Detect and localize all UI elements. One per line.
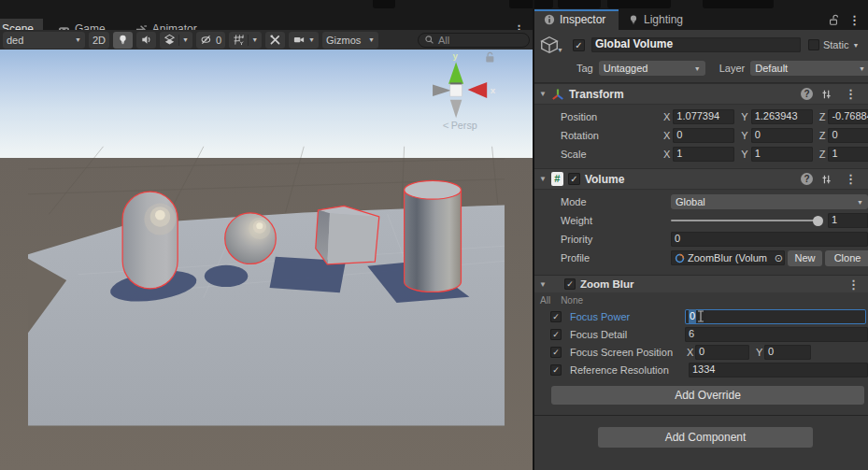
gameobject-name-field[interactable]: Global Volume	[591, 37, 801, 52]
priority-label: Priority	[561, 234, 592, 245]
presets-icon[interactable]	[821, 174, 832, 185]
scene-camera-dropdown[interactable]: ▼	[289, 32, 319, 49]
toolbar-remnant	[509, 0, 553, 8]
tab-inspector-label: Inspector	[560, 13, 605, 26]
focus-detail-row: ✓ Focus Detail 6	[534, 325, 868, 343]
weight-value-field[interactable]: 1	[828, 213, 868, 228]
scene-lighting-toggle[interactable]	[113, 32, 133, 49]
layer-dropdown[interactable]: Default ▼	[750, 61, 868, 76]
chevron-down-icon: ▼	[855, 65, 865, 72]
gizmos-dropdown[interactable]: Gizmos ▼	[322, 32, 378, 49]
scale-y-field[interactable]: 1	[751, 147, 813, 162]
rotation-z-field[interactable]: 0	[828, 128, 868, 143]
weight-slider-thumb[interactable]	[813, 216, 823, 226]
gameobject-active-checkbox[interactable]: ✓	[573, 39, 585, 51]
focus-detail-field[interactable]: 6	[685, 327, 868, 342]
mode-dropdown[interactable]: Global ▼	[671, 194, 868, 209]
text-cursor-icon	[697, 310, 704, 322]
gizmo-axis-left[interactable]	[433, 85, 451, 97]
view-orientation-gizmo[interactable]: y x < Persp	[433, 50, 496, 131]
gizmo-axis-down[interactable]	[450, 100, 462, 119]
volume-header[interactable]: ▼ # ✓ Volume ? ⋮	[534, 168, 868, 190]
scale-x-field[interactable]: 1	[673, 147, 734, 162]
sphere-object[interactable]	[225, 213, 277, 264]
component-menu-icon[interactable]: ⋮	[841, 88, 861, 100]
shading-mode-dropdown[interactable]: ded ▼	[3, 32, 85, 49]
weight-slider[interactable]	[671, 220, 822, 221]
focus-screen-y-field[interactable]: 0	[764, 345, 811, 360]
grid-settings-dropdown[interactable]: ▼	[229, 32, 262, 49]
scene-audio-toggle[interactable]	[136, 32, 156, 49]
inspector-menu-icon[interactable]: ⋮	[845, 14, 864, 26]
position-y-field[interactable]: 1.263943	[751, 109, 813, 124]
axis-y: Y	[756, 347, 762, 358]
foldout-icon[interactable]: ▼	[539, 90, 547, 98]
gameobject-icon-dropdown[interactable]: ▼	[557, 47, 563, 53]
position-x-field[interactable]: 1.077394	[673, 109, 734, 124]
persp-label[interactable]: Persp	[451, 120, 477, 131]
all-link[interactable]: All	[540, 295, 550, 306]
priority-field[interactable]: 0	[671, 232, 868, 247]
profile-new-button[interactable]: New	[788, 250, 822, 266]
gizmo-lock-icon[interactable]	[486, 52, 493, 62]
scene-search-input[interactable]: All	[418, 33, 530, 48]
static-checkbox[interactable]	[808, 39, 819, 50]
foldout-icon[interactable]: ▼	[539, 280, 547, 289]
lock-unlocked-icon[interactable]	[828, 14, 839, 26]
object-picker-icon[interactable]: ⊙	[775, 251, 783, 265]
focus-screen-x-field[interactable]: 0	[695, 345, 749, 360]
scene-3d-content: y x < Persp	[0, 50, 533, 470]
scene-tools-button[interactable]	[265, 32, 285, 49]
profile-label: Profile	[561, 252, 590, 263]
scene-effects-dropdown[interactable]: ▼	[160, 32, 192, 49]
gizmo-y-axis[interactable]	[448, 62, 463, 83]
focus-power-field[interactable]: 0	[685, 309, 866, 324]
toolbar-remnant	[558, 0, 601, 8]
position-row: Position X1.077394 Y1.263943 Z-0.76884	[534, 107, 868, 126]
component-menu-icon[interactable]: ⋮	[841, 173, 861, 185]
zoom-blur-enabled-checkbox[interactable]: ✓	[564, 278, 576, 290]
none-link[interactable]: None	[561, 295, 583, 306]
reference-resolution-checkbox[interactable]: ✓	[550, 364, 562, 376]
scale-z-field[interactable]: 1	[828, 147, 868, 162]
rotation-x-field[interactable]: 0	[673, 128, 734, 143]
focus-detail-checkbox[interactable]: ✓	[550, 329, 562, 340]
toggle-2d-button[interactable]: 2D	[89, 32, 109, 49]
layer-label: Layer	[719, 63, 746, 74]
chevron-down-icon: ▼	[182, 36, 189, 43]
add-override-button[interactable]: Add Override	[551, 386, 864, 405]
static-dropdown-icon[interactable]: ▼	[852, 42, 859, 49]
effects-icon	[164, 34, 176, 46]
profile-clone-button[interactable]: Clone	[825, 250, 868, 266]
add-component-button[interactable]: Add Component	[598, 427, 813, 448]
scene-visibility-toggle[interactable]: 0	[196, 32, 225, 49]
help-icon[interactable]: ?	[801, 173, 813, 185]
capsule-object[interactable]	[122, 192, 178, 289]
override-menu-icon[interactable]: ⋮	[844, 278, 863, 291]
volume-enabled-checkbox[interactable]: ✓	[568, 173, 580, 185]
component-divider	[534, 415, 868, 416]
tab-inspector[interactable]: Inspector	[534, 9, 619, 30]
tab-lighting[interactable]: Lighting	[619, 9, 692, 30]
gizmo-center-cube[interactable]	[450, 85, 462, 97]
position-z-field[interactable]: -0.76884	[828, 109, 868, 124]
foldout-icon[interactable]: ▼	[539, 175, 547, 183]
reference-resolution-field[interactable]: 1334	[689, 363, 868, 377]
rotation-label: Rotation	[561, 130, 599, 141]
reference-resolution-row: ✓ Reference Resolution 1334	[534, 361, 868, 378]
zoom-blur-header[interactable]: ▼ ✓ Zoom Blur ⋮	[534, 275, 868, 292]
rotation-y-field[interactable]: 0	[751, 128, 813, 143]
profile-object-field[interactable]: ZoomBlur (Volum ⊙	[671, 250, 785, 265]
focus-power-checkbox[interactable]: ✓	[550, 311, 562, 322]
tag-dropdown[interactable]: Untagged ▼	[599, 61, 705, 76]
focus-screen-position-checkbox[interactable]: ✓	[550, 347, 562, 358]
gizmo-x-axis[interactable]	[468, 82, 488, 98]
help-icon[interactable]: ?	[801, 88, 813, 100]
volume-profile-icon	[675, 253, 685, 263]
cylinder-object[interactable]	[405, 180, 462, 292]
volume-component: ▼ # ✓ Volume ? ⋮ Mode	[534, 168, 868, 378]
transform-header[interactable]: ▼ Transform ? ⋮	[534, 83, 868, 105]
cube-object[interactable]	[316, 206, 379, 264]
scene-viewport[interactable]: y x < Persp	[0, 50, 533, 470]
presets-icon[interactable]	[821, 89, 832, 100]
